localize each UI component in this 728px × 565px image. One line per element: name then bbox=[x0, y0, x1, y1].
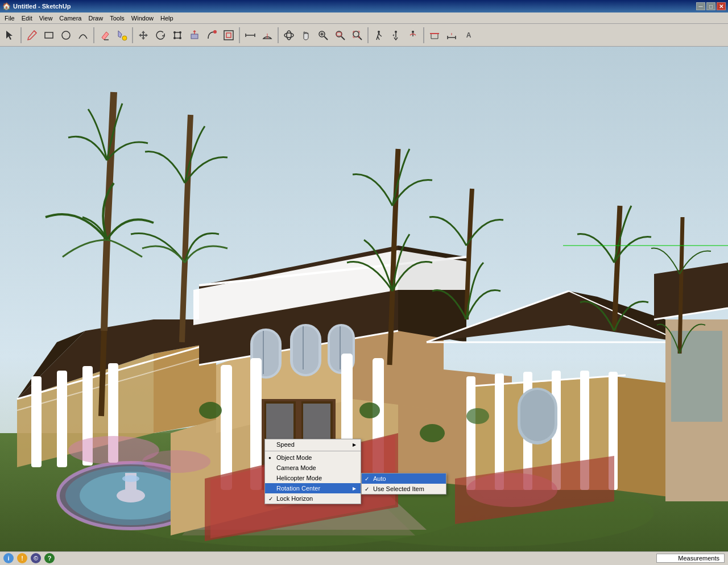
context-lock-horizon-label: Lock Horizon bbox=[276, 495, 313, 502]
menu-tools[interactable]: Tools bbox=[106, 14, 128, 23]
context-speed-arrow: ▶ bbox=[353, 442, 356, 447]
titlebar: 🏠 Untitled - SketchUp ─ □ ✕ bbox=[0, 0, 728, 13]
select-tool[interactable] bbox=[2, 27, 18, 43]
menu-view[interactable]: View bbox=[36, 14, 56, 23]
push-pull-tool[interactable] bbox=[187, 27, 202, 43]
context-separator bbox=[265, 451, 361, 451]
rotate-tool[interactable] bbox=[152, 27, 168, 43]
svg-point-9 bbox=[213, 30, 217, 34]
measurements-label: Measurements bbox=[678, 555, 719, 562]
svg-point-6 bbox=[173, 37, 176, 39]
context-speed[interactable]: Speed ▶ bbox=[265, 439, 361, 450]
menu-window[interactable]: Window bbox=[128, 14, 157, 23]
lock-horizon-check: ✓ bbox=[268, 496, 273, 502]
context-helicopter-mode-label: Helicopter Mode bbox=[276, 475, 322, 481]
svg-point-5 bbox=[179, 31, 181, 34]
menu-help[interactable]: Help bbox=[157, 14, 177, 23]
zoom-extents-tool[interactable] bbox=[349, 27, 365, 43]
toolbar-sep-3 bbox=[132, 27, 133, 43]
toolbar-sep-7 bbox=[423, 27, 424, 43]
status-copyright-icon[interactable]: © bbox=[31, 553, 41, 563]
status-help-icon[interactable]: ? bbox=[44, 553, 55, 563]
submenu-auto-label: Auto bbox=[373, 475, 386, 482]
toolbar-sep-2 bbox=[93, 27, 94, 43]
context-rotation-center[interactable]: Rotation Center ▶ bbox=[265, 483, 361, 493]
svg-rect-11 bbox=[226, 33, 231, 38]
svg-point-112 bbox=[466, 408, 489, 424]
app-icon: 🏠 bbox=[2, 2, 11, 10]
arc-tool[interactable] bbox=[75, 27, 91, 43]
svg-point-109 bbox=[199, 402, 222, 419]
submenu-use-selected[interactable]: ✓ Use Selected Item bbox=[362, 484, 446, 494]
offset-tool[interactable] bbox=[221, 27, 237, 43]
minimize-button[interactable]: ─ bbox=[696, 2, 705, 10]
svg-rect-69 bbox=[293, 326, 318, 374]
status-warning-icon[interactable]: ! bbox=[17, 553, 27, 563]
auto-check: ✓ bbox=[365, 476, 369, 482]
svg-line-15 bbox=[324, 36, 328, 40]
svg-rect-26 bbox=[430, 33, 439, 34]
menu-file[interactable]: File bbox=[1, 14, 18, 23]
svg-rect-93 bbox=[466, 376, 475, 490]
walk-tool[interactable] bbox=[371, 27, 387, 43]
menu-camera[interactable]: Camera bbox=[56, 14, 85, 23]
titlebar-left: 🏠 Untitled - SketchUp bbox=[2, 2, 71, 10]
context-lock-horizon[interactable]: ✓ Lock Horizon bbox=[265, 493, 361, 504]
svg-point-110 bbox=[359, 402, 380, 418]
move-tool[interactable] bbox=[135, 27, 151, 43]
svg-point-111 bbox=[420, 424, 445, 442]
toolbar-sep-4 bbox=[239, 27, 240, 43]
pencil-tool[interactable] bbox=[24, 27, 40, 43]
window-title: Untitled - SketchUp bbox=[13, 3, 71, 10]
orbit-tool[interactable] bbox=[281, 27, 297, 43]
maximize-button[interactable]: □ bbox=[706, 2, 715, 10]
pan-tool[interactable] bbox=[298, 27, 314, 43]
svg-rect-0 bbox=[45, 32, 53, 38]
context-helicopter-mode[interactable]: Helicopter Mode bbox=[265, 473, 361, 483]
section-plane-tool[interactable] bbox=[427, 27, 442, 43]
toolbar-sep-1 bbox=[20, 27, 22, 43]
menubar: File Edit View Camera Draw Tools Window … bbox=[0, 13, 728, 24]
context-camera-mode-label: Camera Mode bbox=[276, 464, 316, 471]
dimensions-tool[interactable] bbox=[444, 27, 460, 43]
menu-draw[interactable]: Draw bbox=[85, 14, 106, 23]
3d-text-tool[interactable]: A bbox=[461, 27, 477, 43]
tape-measure-tool[interactable] bbox=[242, 27, 258, 43]
rotation-center-submenu: ✓ Auto ✓ Use Selected Item bbox=[361, 473, 446, 495]
svg-rect-3 bbox=[175, 32, 180, 38]
svg-rect-83 bbox=[303, 404, 330, 443]
submenu-auto[interactable]: ✓ Auto bbox=[362, 473, 446, 484]
svg-point-41 bbox=[122, 475, 139, 482]
scale-tool[interactable] bbox=[169, 27, 185, 43]
svg-rect-8 bbox=[191, 34, 198, 39]
svg-point-2 bbox=[122, 36, 127, 40]
close-button[interactable]: ✕ bbox=[717, 2, 726, 10]
zoom-window-tool[interactable] bbox=[332, 27, 348, 43]
context-object-mode-label: Object Mode bbox=[276, 454, 312, 461]
follow-me-tool[interactable] bbox=[204, 27, 220, 43]
eraser-tool[interactable] bbox=[97, 27, 113, 43]
context-camera-mode[interactable]: Camera Mode bbox=[265, 463, 361, 473]
svg-point-4 bbox=[173, 31, 176, 34]
svg-point-114 bbox=[142, 450, 210, 473]
use-selected-check: ✓ bbox=[365, 486, 369, 492]
svg-point-24 bbox=[395, 31, 397, 33]
titlebar-controls: ─ □ ✕ bbox=[696, 2, 726, 10]
position-camera-tool[interactable] bbox=[388, 27, 404, 43]
svg-rect-75 bbox=[221, 365, 232, 490]
look-around-tool[interactable] bbox=[405, 27, 421, 43]
context-speed-label: Speed bbox=[276, 441, 295, 448]
protractor-tool[interactable] bbox=[259, 27, 275, 43]
status-info-icon[interactable]: i bbox=[3, 553, 14, 563]
context-object-mode[interactable]: ● Object Mode bbox=[265, 452, 361, 463]
svg-rect-20 bbox=[337, 32, 341, 36]
svg-point-103 bbox=[466, 473, 557, 507]
menu-edit[interactable]: Edit bbox=[18, 14, 36, 23]
paint-bucket-tool[interactable] bbox=[114, 27, 130, 43]
svg-point-7 bbox=[179, 37, 181, 39]
canvas-area[interactable]: Speed ▶ ● Object Mode Camera Mode Helico… bbox=[0, 47, 728, 564]
zoom-tool[interactable] bbox=[315, 27, 331, 43]
svg-line-19 bbox=[341, 36, 345, 40]
circle-tool[interactable] bbox=[58, 27, 74, 43]
rectangle-tool[interactable] bbox=[41, 27, 57, 43]
